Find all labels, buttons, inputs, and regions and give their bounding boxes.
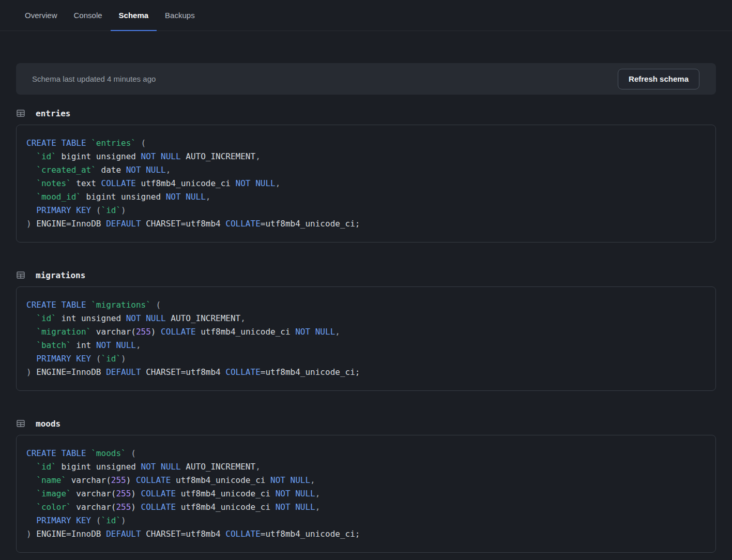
create-table-sql: CREATE TABLE `moods` ( `id` bigint unsig…: [16, 435, 716, 553]
tab-console[interactable]: Console: [66, 0, 111, 31]
table-header: moods: [16, 418, 716, 429]
sql-line: `mood_id` bigint unsigned NOT NULL,: [26, 190, 705, 204]
sql-line: PRIMARY KEY (`id`): [26, 514, 705, 527]
sql-line: `batch` int NOT NULL,: [26, 339, 705, 352]
table-section-moods: moodsCREATE TABLE `moods` ( `id` bigint …: [16, 418, 716, 553]
sql-line: `migration` varchar(255) COLLATE utf8mb4…: [26, 325, 705, 339]
sql-line: CREATE TABLE `migrations` (: [26, 298, 705, 312]
table-name: entries: [36, 109, 70, 118]
table-name: migrations: [36, 270, 85, 280]
sql-line: `id` bigint unsigned NOT NULL AUTO_INCRE…: [26, 150, 705, 163]
create-table-sql: CREATE TABLE `migrations` ( `id` int uns…: [16, 286, 716, 391]
sql-line: `image` varchar(255) COLLATE utf8mb4_uni…: [26, 487, 705, 501]
sql-line: ) ENGINE=InnoDB DEFAULT CHARSET=utf8mb4 …: [26, 527, 705, 541]
sql-line: CREATE TABLE `entries` (: [26, 137, 705, 150]
tab-backups[interactable]: Backups: [157, 0, 203, 31]
table-header: entries: [16, 108, 716, 118]
table-section-entries: entriesCREATE TABLE `entries` ( `id` big…: [16, 108, 716, 243]
tab-overview[interactable]: Overview: [17, 0, 66, 31]
sql-line: `name` varchar(255) COLLATE utf8mb4_unic…: [26, 474, 705, 487]
table-icon: [16, 109, 25, 118]
schema-last-updated-text: Schema last updated 4 minutes ago: [32, 74, 156, 83]
tab-schema[interactable]: Schema: [111, 0, 157, 31]
create-table-sql: CREATE TABLE `entries` ( `id` bigint uns…: [16, 125, 716, 243]
sql-line: `created_at` date NOT NULL,: [26, 163, 705, 177]
sql-line: `color` varchar(255) COLLATE utf8mb4_uni…: [26, 501, 705, 514]
top-nav: Overview Console Schema Backups: [0, 0, 732, 31]
sql-line: PRIMARY KEY (`id`): [26, 204, 705, 217]
table-header: migrations: [16, 270, 716, 280]
schema-status-bar: Schema last updated 4 minutes ago Refres…: [16, 63, 716, 95]
sql-line: `id` bigint unsigned NOT NULL AUTO_INCRE…: [26, 460, 705, 474]
sql-line: PRIMARY KEY (`id`): [26, 352, 705, 366]
schema-tables-list: entriesCREATE TABLE `entries` ( `id` big…: [16, 108, 716, 553]
table-icon: [16, 270, 25, 280]
table-section-migrations: migrationsCREATE TABLE `migrations` ( `i…: [16, 270, 716, 391]
sql-line: ) ENGINE=InnoDB DEFAULT CHARSET=utf8mb4 …: [26, 366, 705, 379]
refresh-schema-button[interactable]: Refresh schema: [618, 69, 699, 89]
sql-line: ) ENGINE=InnoDB DEFAULT CHARSET=utf8mb4 …: [26, 217, 705, 231]
sql-line: `notes` text COLLATE utf8mb4_unicode_ci …: [26, 177, 705, 190]
sql-line: CREATE TABLE `moods` (: [26, 447, 705, 460]
table-icon: [16, 419, 25, 428]
sql-line: `id` int unsigned NOT NULL AUTO_INCREMEN…: [26, 312, 705, 325]
table-name: moods: [36, 419, 60, 429]
